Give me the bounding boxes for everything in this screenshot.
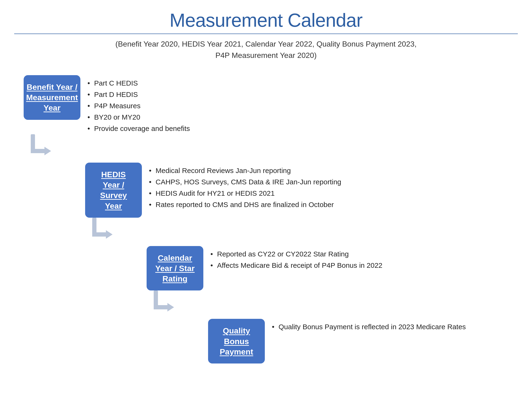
bullet-item: Reported as CY22 or CY2022 Star Rating [210, 249, 382, 260]
bullet-item: HEDIS Audit for HY21 or HEDIS 2021 [149, 188, 341, 199]
l-arrow-1 [24, 134, 50, 165]
arrowhead-2 [106, 230, 113, 239]
arrow-2 [85, 218, 518, 249]
hedis-year-box: HEDIS Year / Survey Year [85, 163, 142, 218]
arrow-3 [147, 291, 518, 321]
arrow-1 [24, 134, 518, 165]
bullet-item: P4P Measures [88, 100, 190, 112]
hedis-year-bullets: Medical Record Reviews Jan-Jun reporting… [142, 163, 341, 210]
calendar-year-bullets: Reported as CY22 or CY2022 Star Rating A… [203, 246, 382, 271]
bullet-item: CAHPS, HOS Surveys, CMS Data & IRE Jan-J… [149, 176, 341, 188]
benefit-year-box: Benefit Year / Measurement Year [24, 75, 80, 120]
bullet-item: Part D HEDIS [88, 89, 190, 100]
bullet-item: Rates reported to CMS and DHS are finali… [149, 199, 341, 210]
benefit-year-bullets: Part C HEDIS Part D HEDIS P4P Measures B… [80, 75, 190, 134]
quality-bonus-bullets: Quality Bonus Payment is reflected in 20… [265, 319, 466, 333]
bullet-item: Quality Bonus Payment is reflected in 20… [272, 321, 466, 333]
calendar-year-box: Calendar Year / Star Rating [147, 246, 203, 291]
bullet-item: BY20 or MY20 [88, 112, 190, 123]
calendar-year-row: Calendar Year / Star Rating Reported as … [147, 246, 518, 291]
quality-bonus-box: Quality Bonus Payment [208, 319, 265, 363]
arrowhead-1 [44, 147, 51, 155]
bullet-item: Affects Medicare Bid & receipt of P4P Bo… [210, 260, 382, 271]
title-divider [14, 34, 518, 34]
bullet-item: Provide coverage and benefits [88, 123, 190, 134]
page-title: Measurement Calendar [14, 9, 518, 31]
flow-diagram: Benefit Year / Measurement Year Part C H… [14, 75, 518, 363]
bullet-item: Part C HEDIS [88, 78, 190, 89]
quality-bonus-row: Quality Bonus Payment Quality Bonus Paym… [208, 319, 518, 363]
arrowhead-3 [167, 303, 174, 311]
l-arrow-3 [147, 291, 173, 321]
page-subtitle: (Benefit Year 2020, HEDIS Year 2021, Cal… [14, 38, 518, 61]
hedis-year-row: HEDIS Year / Survey Year Medical Record … [85, 163, 518, 218]
l-arrow-2 [85, 218, 111, 249]
benefit-year-row: Benefit Year / Measurement Year Part C H… [24, 75, 518, 134]
bullet-item: Medical Record Reviews Jan-Jun reporting [149, 165, 341, 176]
